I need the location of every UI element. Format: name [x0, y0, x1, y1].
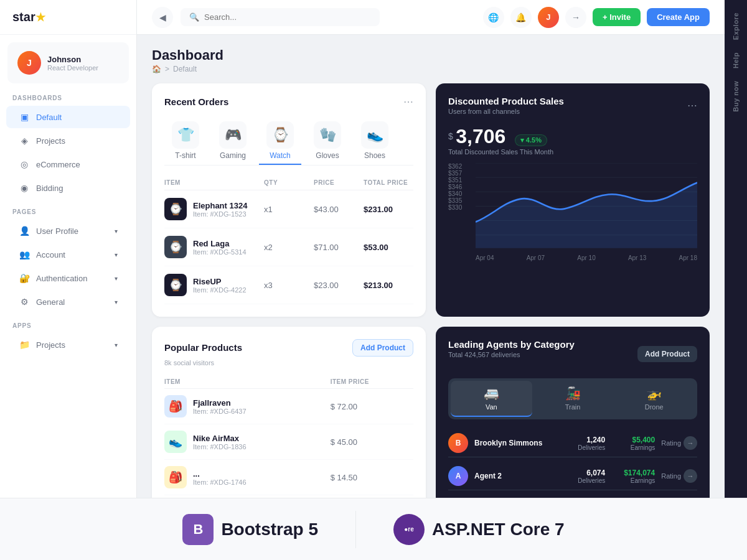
- sidebar-item-label: Account: [36, 250, 65, 259]
- sidebar-item-bidding[interactable]: ◉ Bidding: [6, 177, 130, 199]
- invite-button[interactable]: + Invite: [593, 8, 641, 26]
- agents-subtitle: Total 424,567 deliveries: [448, 351, 575, 358]
- earnings-label: Earnings: [611, 444, 655, 451]
- search-icon: 🔍: [189, 12, 199, 22]
- currency-symbol: $: [448, 131, 453, 141]
- order-item-info: ⌚ Elephant 1324 Item: #XDG-1523: [164, 198, 264, 220]
- tshirt-icon: 👕: [172, 121, 199, 149]
- tab-watch[interactable]: ⌚ Watch: [259, 118, 301, 165]
- collapse-button[interactable]: ◀: [152, 7, 173, 28]
- sales-subtitle: Users from all channels: [448, 108, 564, 115]
- train-icon: 🚂: [565, 386, 581, 401]
- sidebar-item-projects-app[interactable]: 📁 Projects ▾: [6, 334, 130, 356]
- product-price: $ 14.50: [331, 473, 413, 482]
- popular-header: Popular Products Add Product: [164, 339, 413, 357]
- explore-label[interactable]: Explore: [732, 12, 740, 40]
- notification-icon[interactable]: 🔔: [510, 7, 532, 28]
- account-icon: 👥: [19, 249, 30, 260]
- tab-label-watch: Watch: [270, 151, 291, 160]
- sidebar-item-label: Authentication: [36, 274, 87, 283]
- rating-arrow-button[interactable]: →: [684, 469, 697, 483]
- products-table-header: ITEM ITEM PRICE: [164, 375, 413, 389]
- sidebar-user[interactable]: J Johnson React Developer: [7, 42, 129, 83]
- table-row: ⌚ RiseUP Item: #XDG-4222 x3 $23.00 $213.…: [164, 266, 413, 304]
- chart-area: $362 $357 $351 $346 $340 $335 $330: [448, 163, 697, 248]
- add-product-button[interactable]: Add Product: [352, 339, 413, 357]
- orders-table: ITEM QTY PRICE TOTAL PRICE ⌚ Elephant 13…: [164, 175, 413, 304]
- order-img: ⌚: [164, 274, 187, 296]
- tab-shoes[interactable]: 👟 Shoes: [354, 118, 396, 165]
- earnings-label: Earnings: [611, 477, 655, 484]
- tab-van[interactable]: 🚐 Van: [451, 381, 532, 417]
- projects-icon: ◈: [19, 135, 30, 146]
- sales-badge: ▾ 4.5%: [515, 134, 547, 146]
- arrow-right-icon[interactable]: →: [565, 7, 586, 28]
- shoes-icon: 👟: [361, 121, 388, 149]
- topbar: ◀ 🔍 🌐 🔔 J → + Invite Create App: [137, 0, 725, 35]
- recent-orders-card: Recent Orders ⋯ 👕 T-shirt 🎮 Gaming ⌚ Wat…: [152, 83, 426, 317]
- tab-label-tshirt: T-shirt: [175, 151, 195, 160]
- sidebar-item-label: User Profile: [36, 226, 78, 236]
- sidebar-item-account[interactable]: 👥 Account ▾: [6, 243, 130, 266]
- sidebar-item-user-profile[interactable]: 👤 User Profile ▾: [6, 220, 130, 242]
- table-row: ⌚ Elephant 1324 Item: #XDG-1523 x1 $43.0…: [164, 190, 413, 228]
- sidebar-item-authentication[interactable]: 🔐 Authentication ▾: [6, 267, 130, 289]
- bootstrap-text: Bootstrap 5: [221, 520, 318, 539]
- buy-now-label[interactable]: Buy now: [732, 81, 740, 112]
- orders-table-header: ITEM QTY PRICE TOTAL PRICE: [164, 175, 413, 190]
- tab-gaming[interactable]: 🎮 Gaming: [212, 118, 254, 165]
- product-info: 🎒 ... Item: #XDG-1746: [164, 466, 331, 488]
- th-item-product: ITEM: [164, 378, 331, 385]
- tab-tshirt[interactable]: 👕 T-shirt: [164, 118, 207, 165]
- popular-title: Popular Products: [164, 342, 242, 353]
- deliveries-label: Deliveries: [578, 477, 605, 484]
- agent-avatar: A: [448, 466, 468, 486]
- product-info: 🎒 Fjallraven Item: #XDG-6437: [164, 395, 331, 418]
- gaming-icon: 🎮: [219, 121, 247, 149]
- deliveries-label: Deliveries: [578, 444, 605, 451]
- right-sidebar: Explore Help Buy now: [725, 0, 747, 560]
- create-app-button[interactable]: Create App: [647, 8, 710, 26]
- cards-row: Recent Orders ⋯ 👕 T-shirt 🎮 Gaming ⌚ Wat…: [152, 83, 710, 317]
- search-box: 🔍: [181, 8, 380, 26]
- order-total: $213.00: [364, 281, 413, 290]
- chart-area-fill: [476, 183, 697, 248]
- topbar-avatar[interactable]: J: [538, 7, 559, 28]
- bootstrap-banner: B Bootstrap 5 ●re ASP.NET Core 7: [137, 498, 725, 560]
- agent-name: Agent 2: [474, 472, 571, 480]
- sidebar-item-general[interactable]: ⚙ General ▾: [6, 291, 130, 313]
- product-info: 👟 Nike AirMax Item: #XDG-1836: [164, 431, 331, 453]
- order-price: $23.00: [314, 281, 364, 290]
- sidebar-item-label: Default: [36, 113, 62, 122]
- rating-arrow-button[interactable]: →: [684, 436, 697, 450]
- order-id: Item: #XDG-1523: [193, 210, 247, 218]
- section-apps: APPS: [0, 314, 136, 333]
- orders-menu-icon[interactable]: ⋯: [403, 96, 413, 108]
- general-icon: ⚙: [19, 296, 30, 307]
- breadcrumb: 🏠 > Default: [152, 65, 223, 73]
- help-label[interactable]: Help: [732, 52, 740, 68]
- order-name: RiseUP: [193, 277, 247, 286]
- product-img: 👟: [164, 431, 187, 453]
- search-input[interactable]: [204, 12, 371, 22]
- product-name: Fjallraven: [193, 398, 247, 408]
- sidebar-item-label: Bidding: [36, 184, 63, 193]
- globe-icon[interactable]: 🌐: [483, 7, 504, 28]
- agents-add-button[interactable]: Add Product: [637, 346, 697, 362]
- table-row: ⌚ Red Laga Item: #XDG-5314 x2 $71.00 $53…: [164, 228, 413, 266]
- page-title: Dashboard: [152, 47, 223, 63]
- th-item: ITEM: [164, 179, 264, 186]
- sidebar-item-default[interactable]: ▣ Default: [6, 106, 130, 128]
- product-name: ...: [193, 469, 247, 478]
- agent-deliveries: 1,240: [578, 436, 605, 444]
- bootstrap-banner-item: B Bootstrap 5: [182, 514, 318, 545]
- sidebar-item-projects[interactable]: ◈ Projects: [6, 129, 130, 152]
- sidebar-item-label: Projects: [36, 136, 65, 146]
- page-header: Dashboard 🏠 > Default: [152, 47, 710, 73]
- tab-train[interactable]: 🚂 Train: [532, 381, 614, 417]
- tab-gloves[interactable]: 🧤 Gloves: [306, 118, 349, 165]
- popular-subtitle: 8k social visitors: [164, 359, 413, 366]
- sidebar-item-ecommerce[interactable]: ◎ eCommerce: [6, 153, 130, 175]
- tab-drone[interactable]: 🚁 Drone: [613, 381, 695, 417]
- sales-menu-icon[interactable]: ⋯: [687, 100, 697, 111]
